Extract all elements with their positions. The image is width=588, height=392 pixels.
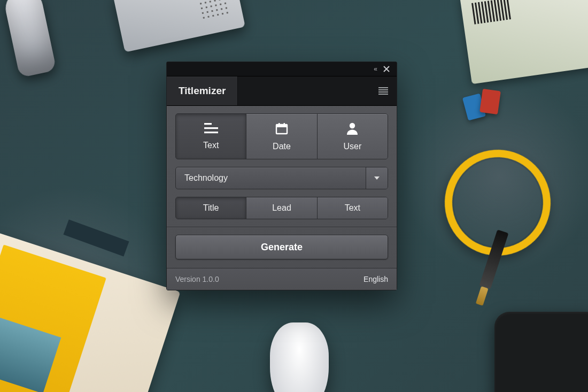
tab-user[interactable]: User [317,114,388,159]
language-selector[interactable]: English [363,275,388,283]
category-dropdown[interactable]: Technology [175,167,388,189]
segment-title[interactable]: Title [176,197,246,219]
svg-rect-4 [276,125,287,127]
titlemizer-panel: « Titlemizer Text Date [166,62,397,290]
generate-label: Generate [261,242,303,253]
title-bar: Titlemizer [167,76,397,106]
segment-text-label: Text [345,203,360,213]
window-controls: « [167,62,397,76]
svg-rect-6 [283,123,285,126]
app-title: Titlemizer [179,85,226,97]
generate-button[interactable]: Generate [175,235,388,259]
segment-title-label: Title [203,203,219,213]
svg-point-7 [350,122,355,128]
collapse-icon[interactable]: « [374,65,375,73]
divider [167,227,397,227]
chevron-down-icon [366,167,388,189]
menu-icon[interactable] [370,76,397,105]
desk-book [0,233,181,392]
tab-user-label: User [343,142,361,151]
svg-rect-0 [204,123,212,125]
svg-rect-1 [204,127,218,129]
type-tabs: Text Date User [175,113,388,159]
tab-date-label: Date [273,142,291,151]
category-value: Technology [176,167,366,189]
user-icon [346,122,358,137]
segment-text[interactable]: Text [317,197,388,219]
tab-text-label: Text [203,141,219,150]
app-tab[interactable]: Titlemizer [167,76,238,105]
desk-shadow [63,219,129,256]
close-icon[interactable] [383,65,390,73]
text-lines-icon [204,123,218,136]
desk-sd-cards [465,90,502,133]
calendar-icon [275,122,288,137]
tab-date[interactable]: Date [246,114,316,159]
desk-appletv [494,312,588,392]
tab-text[interactable]: Text [176,114,246,159]
footer: Version 1.0.0 English [167,268,397,290]
desk-speaker [113,0,245,52]
output-segments: Title Lead Text [175,197,388,219]
version-label: Version 1.0.0 [175,275,219,283]
segment-lead-label: Lead [272,203,291,213]
svg-rect-2 [204,132,218,133]
desk-box [459,0,588,84]
svg-rect-5 [278,123,280,126]
desk-mouse [270,322,329,392]
desk-microphone [2,0,57,78]
segment-lead[interactable]: Lead [246,197,316,219]
